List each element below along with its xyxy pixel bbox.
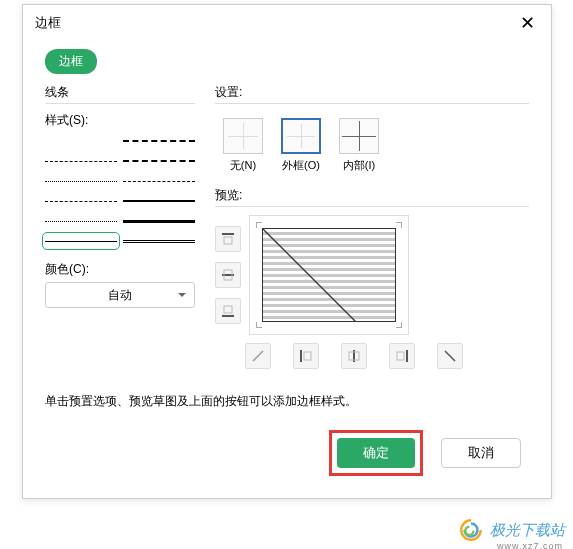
line-style-thick-dash[interactable] — [123, 135, 195, 147]
tab-row: 边框 — [23, 41, 551, 74]
watermark-url: www.xz7.com — [497, 541, 563, 549]
line-style-dot[interactable] — [45, 175, 117, 187]
edge-right-button[interactable] — [389, 343, 415, 369]
line-style-solid-med[interactable] — [123, 195, 195, 207]
preset-none-label: 无(N) — [230, 158, 256, 173]
preset-inner-label: 内部(I) — [343, 158, 375, 173]
preview-canvas[interactable] — [249, 215, 409, 335]
line-style-solid-thin[interactable] — [45, 235, 117, 247]
edge-top-button[interactable] — [215, 226, 241, 252]
edge-vmid-button[interactable] — [341, 343, 367, 369]
preset-inner-icon — [339, 118, 379, 154]
line-style-solid-thick[interactable] — [123, 215, 195, 227]
svg-line-7 — [253, 351, 263, 361]
line-style-list — [45, 129, 195, 247]
line-style-thin-dash[interactable] — [45, 155, 117, 167]
edge-diag-down-button[interactable] — [437, 343, 463, 369]
line-style-med-dashdot[interactable] — [123, 155, 195, 167]
close-icon[interactable]: ✕ — [515, 12, 539, 34]
dialog-title: 边框 — [35, 14, 61, 32]
svg-rect-9 — [304, 352, 311, 360]
edge-hmid-button[interactable] — [215, 262, 241, 288]
style-label: 样式(S): — [45, 112, 195, 129]
edge-left-button[interactable] — [293, 343, 319, 369]
preset-inner[interactable]: 内部(I) — [339, 118, 379, 173]
line-style-none[interactable] — [45, 135, 117, 147]
ok-button[interactable]: 确定 — [337, 438, 415, 468]
line-style-double[interactable] — [123, 235, 195, 247]
line-style-dashdot2[interactable] — [123, 175, 195, 187]
edge-bottom-button[interactable] — [215, 298, 241, 324]
tab-border[interactable]: 边框 — [45, 49, 97, 74]
divider — [215, 206, 529, 207]
watermark-text: 极光下载站 — [490, 521, 565, 540]
preset-none[interactable]: 无(N) — [223, 118, 263, 173]
hint-text: 单击预置选项、预览草图及上面的按钮可以添加边框样式。 — [23, 369, 551, 410]
line-style-dashdot[interactable] — [45, 195, 117, 207]
preview-label: 预览: — [215, 187, 529, 204]
svg-line-14 — [445, 351, 455, 361]
preset-none-icon — [223, 118, 263, 154]
border-dialog: 边框 ✕ 边框 线条 样式(S): — [22, 4, 552, 499]
titlebar: 边框 ✕ — [23, 5, 551, 41]
svg-rect-5 — [224, 306, 232, 313]
line-style-dashdotdot[interactable] — [45, 215, 117, 227]
cancel-button[interactable]: 取消 — [441, 438, 521, 468]
color-label: 颜色(C): — [45, 261, 195, 278]
watermark-logo-icon — [458, 517, 484, 543]
color-dropdown[interactable]: 自动 — [45, 282, 195, 308]
divider — [215, 103, 529, 104]
svg-line-6 — [263, 229, 395, 322]
svg-rect-13 — [397, 352, 404, 360]
color-value: 自动 — [108, 287, 132, 304]
svg-rect-1 — [224, 237, 232, 244]
line-group-label: 线条 — [45, 84, 195, 101]
edge-diag-up-button[interactable] — [245, 343, 271, 369]
preset-outer-icon — [281, 118, 321, 154]
watermark: 极光下载站 — [458, 517, 565, 543]
preset-outer[interactable]: 外框(O) — [281, 118, 321, 173]
divider — [45, 103, 195, 104]
settings-group-label: 设置: — [215, 84, 529, 101]
ok-highlight-box: 确定 — [329, 430, 423, 476]
preset-outer-label: 外框(O) — [282, 158, 320, 173]
